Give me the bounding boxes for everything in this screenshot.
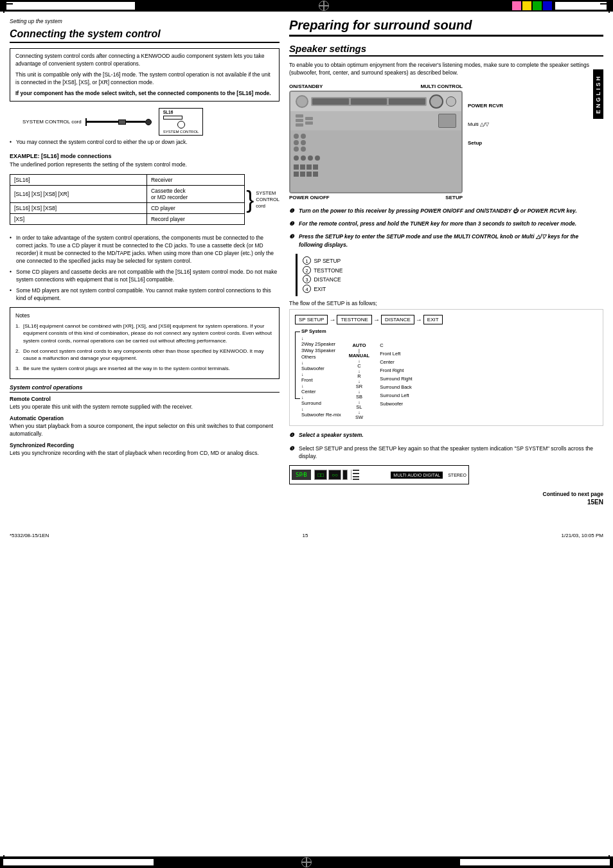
step-5: ❺ Select SP SETUP and press the SETUP ke…	[289, 445, 603, 461]
left-title: Connecting the system control	[10, 28, 280, 43]
receiver-middle-section	[290, 111, 461, 130]
flow-arrow-1: →	[329, 316, 335, 323]
round-btn-9	[308, 155, 313, 161]
round-btn-7	[294, 155, 299, 161]
tt-r: R	[357, 373, 360, 379]
right-main-title: Preparing for surround sound	[289, 18, 603, 37]
ind-2	[353, 473, 359, 474]
example-table: [SL16] Receiver [SL16] [XS] [XS8] [XR] C…	[10, 174, 245, 225]
bottom-buttons-row4	[294, 172, 458, 177]
wire-end	[145, 119, 152, 125]
setup-label: SETUP	[445, 195, 463, 200]
ops-auto-title: Automatic Operation	[10, 415, 280, 421]
setup-item-4: 4 EXIT	[303, 285, 598, 294]
display-image: SP⁄B □□ ○○ MULTI AUDIO DIGITAL STEREO	[289, 465, 469, 484]
ops-sync-title: Synchronized Recording	[10, 442, 280, 448]
step-5-text: Select SP SETUP and press the SETUP key …	[299, 445, 593, 459]
crosshair-icon	[319, 1, 329, 11]
display-stereo-label: STEREO	[448, 473, 466, 477]
color-square-pink	[512, 1, 521, 10]
button-group-2	[301, 134, 306, 152]
table-cell-left-4: [XS]	[10, 214, 147, 225]
tt-arrow-down3: ↓	[358, 379, 360, 384]
tt-arrow-down5: ↓	[358, 400, 360, 404]
small-button-2	[296, 119, 303, 122]
step-3-text: Press the SETUP key to enter the SETUP m…	[299, 233, 578, 247]
table-cell-right-3: CD player	[147, 203, 244, 214]
tt-bar-v: |	[359, 348, 360, 353]
dist-item-frontleft: Front Left	[380, 351, 412, 357]
display-area	[311, 97, 427, 106]
step-1-num: ❶	[289, 207, 294, 215]
receiver-top-labels: ON/STANDBY MULTI CONTROL	[289, 84, 463, 89]
round-btn-1	[294, 134, 299, 139]
example-title: EXAMPLE: [SL16] mode connections	[10, 153, 280, 159]
flow-top-row: SP SETUP → TESTTONE → DISTANCE → EXIT	[295, 315, 598, 324]
round-btn-2	[294, 140, 299, 145]
table-cell-right-4: Record player	[147, 214, 244, 225]
table-cell-left-2: [SL16] [XS] [XS8] [XR]	[10, 186, 147, 203]
tt-sw: SW	[355, 414, 363, 420]
setup-item-3-label: DISTANCE	[314, 276, 341, 283]
setup-item-2-label: TESTTONE	[314, 267, 342, 274]
tt-arrow-down2: ↓	[358, 369, 360, 373]
tt-auto: AUTO	[352, 342, 366, 348]
round-btn-5	[301, 140, 306, 145]
small-button-5	[305, 121, 313, 125]
setup-list: 1 SP SETUP 2 TESTTONE 3 DISTANCE 4 EXIT	[296, 254, 603, 296]
down-arrow-2: ↓	[301, 360, 304, 365]
step-1-text: Turn on the power to this receiver by pr…	[299, 208, 577, 214]
round-btn-8	[301, 155, 306, 161]
note-item-1: 1. [SL16] equipment cannot be combined w…	[15, 323, 274, 345]
top-bar	[0, 0, 613, 12]
sp-center: Center	[301, 389, 341, 394]
setup-side-label: Setup	[468, 140, 503, 146]
receiver-area: ON/STANDBY MULTI CONTROL	[289, 84, 603, 200]
bottom-crosshair-icon	[301, 857, 312, 867]
table-row: [XS] Record player	[10, 214, 245, 225]
color-square-blue	[543, 1, 552, 10]
sp-items-col: SP System ↓ 2Way 2Speaker 3Way 3Speaker …	[301, 328, 341, 418]
wire-connector	[118, 120, 126, 125]
testtone-col: AUTO | MANUAL ↓ C ↓ R ↓ SR ↓ SB ↓ SL ↓ S…	[349, 342, 370, 420]
sp-front: Front	[301, 377, 341, 383]
bottom-bar-white-right	[460, 859, 610, 865]
notes-box: Notes 1. [SL16] equipment cannot be comb…	[10, 307, 280, 379]
page-suffix: EN	[594, 499, 603, 506]
step-5-num: ❺	[289, 445, 294, 452]
flow-diagram: SP SETUP → TESTTONE → DISTANCE → EXIT SP…	[289, 309, 603, 426]
bullet1-text: You may connect the system control cord …	[10, 139, 280, 146]
ops-remote-text: Lets you operate this unit with the syst…	[10, 403, 280, 411]
ops-remote: Remote Control Lets you operate this uni…	[10, 396, 280, 411]
receiver-bottom-section	[290, 130, 461, 193]
power-onoff-label: POWER ON/OFF	[289, 195, 330, 200]
note-num-1: 1.	[15, 323, 20, 330]
sp-others: Others	[301, 354, 341, 360]
bottom-bar	[0, 856, 613, 868]
flow-text: The flow of the SETUP is as follows;	[289, 300, 603, 306]
ops-title: System control operations	[10, 384, 280, 393]
down-arrow-1: ↓	[301, 336, 304, 341]
down-arrow-3: ↓	[301, 372, 304, 376]
sp-subwoofer-remix: Subwoofer Re-mix	[301, 412, 341, 418]
tt-sr: SR	[356, 384, 362, 389]
right-buttons	[315, 114, 456, 128]
tt-sl: SL	[356, 404, 362, 410]
ops-sync: Synchronized Recording Lets you synchron…	[10, 442, 280, 457]
setup-item-2: 2 TESTTONE	[303, 266, 598, 276]
table-row: [SL16] [XS] [XS8] [XR] Cassette deckor M…	[10, 186, 245, 203]
example-section: EXAMPLE: [SL16] mode connections The und…	[10, 153, 280, 228]
sp-system-label: SP System	[301, 328, 341, 334]
sp-arrow-down2: ↓	[301, 360, 341, 365]
step-4: ❹ Select a speaker system.	[289, 431, 603, 439]
bullet-long-2: Some CD players and cassette decks are n…	[10, 269, 280, 284]
sq-btn-8	[313, 172, 318, 177]
display-seg1	[312, 98, 349, 105]
tt-sb: SB	[356, 394, 362, 400]
multi-updown-label: Multi △/▽	[468, 121, 503, 127]
color-square-green	[533, 1, 542, 10]
flow-node-testtone: TESTTONE	[337, 315, 372, 324]
setup-item-1-label: SP SETUP	[314, 258, 341, 264]
table-cell-left-1: [SL16]	[10, 175, 147, 186]
receiver-top-section	[290, 92, 461, 111]
